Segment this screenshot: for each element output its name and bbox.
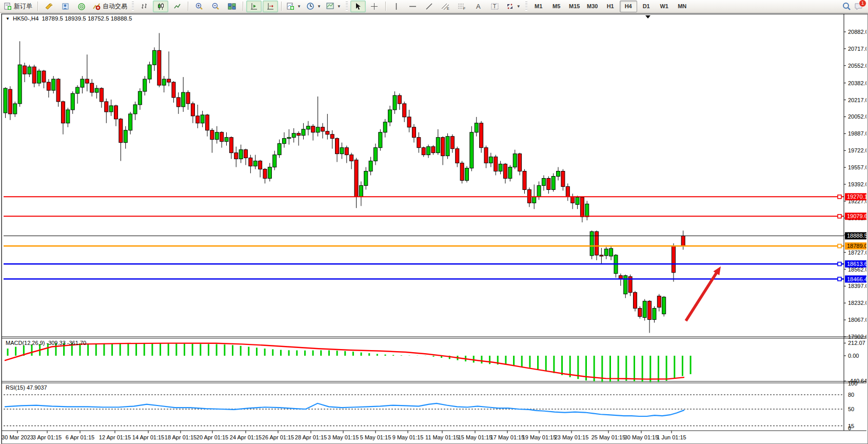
line-anchor-handle[interactable] bbox=[838, 195, 841, 199]
price-line-label: 19270.1 bbox=[847, 194, 866, 200]
periods-button[interactable]: ▼ bbox=[304, 1, 323, 12]
tile-windows-icon bbox=[228, 3, 236, 10]
date-axis-label: 30 May 01:15 bbox=[624, 434, 659, 440]
candle-body bbox=[282, 139, 286, 144]
clock-icon bbox=[306, 2, 314, 10]
chart-canvas[interactable]: 20882.020717.020552.020382.020217.020052… bbox=[2, 14, 866, 442]
candle-body bbox=[4, 88, 7, 113]
candle-body bbox=[114, 106, 118, 119]
candle-body bbox=[37, 71, 41, 83]
trend-arrow-annotation[interactable] bbox=[686, 266, 721, 321]
date-axis-label: 25 May 01:15 bbox=[591, 434, 626, 440]
line-anchor-handle[interactable] bbox=[838, 262, 841, 266]
candle-body bbox=[590, 231, 594, 256]
accounts-button[interactable] bbox=[57, 1, 73, 12]
timeframe-button-m30[interactable]: M30 bbox=[584, 1, 601, 12]
candle-body bbox=[229, 138, 233, 153]
fibonacci-icon: F bbox=[458, 3, 466, 10]
candle-body bbox=[364, 171, 368, 186]
candle-body bbox=[249, 158, 252, 166]
vertical-line-button[interactable] bbox=[389, 1, 404, 12]
gold-seal-icon bbox=[45, 3, 53, 10]
line-chart-button[interactable] bbox=[169, 1, 185, 12]
candle-body bbox=[537, 185, 541, 197]
candle-body bbox=[518, 154, 522, 171]
candle-body bbox=[681, 236, 685, 246]
candle-body bbox=[513, 154, 517, 167]
candle-body bbox=[196, 116, 200, 123]
search-icon[interactable] bbox=[842, 2, 851, 11]
candle-body bbox=[124, 130, 127, 143]
text-label-button[interactable]: T bbox=[487, 1, 503, 12]
toolbar-grip bbox=[525, 2, 527, 11]
indicators-button[interactable]: ▼ bbox=[285, 1, 303, 12]
timeframe-button-h1[interactable]: H1 bbox=[602, 1, 619, 12]
candle-body bbox=[417, 138, 421, 148]
zoom-out-button[interactable] bbox=[208, 1, 223, 12]
toolbar-grip bbox=[346, 2, 348, 11]
date-axis-label: 30 Mar 2023 bbox=[2, 434, 33, 440]
candle-body bbox=[412, 127, 416, 138]
candle-body bbox=[61, 102, 65, 123]
equidistant-channel-button[interactable]: E bbox=[438, 1, 453, 12]
arrows-icon bbox=[506, 3, 514, 10]
candle-body bbox=[350, 155, 353, 161]
template-icon bbox=[326, 3, 334, 10]
candle-chart-button[interactable] bbox=[153, 1, 168, 12]
crosshair-button[interactable] bbox=[367, 1, 382, 12]
candle-body bbox=[470, 132, 474, 168]
trendline-button[interactable] bbox=[422, 1, 437, 12]
templates-button[interactable]: ▼ bbox=[324, 1, 343, 12]
date-axis-label: 17 May 01:15 bbox=[490, 434, 525, 440]
timeframe-button-m15[interactable]: M15 bbox=[566, 1, 583, 12]
tile-windows-button[interactable] bbox=[224, 1, 240, 12]
bar-chart-button[interactable] bbox=[136, 1, 152, 12]
auto-trading-button[interactable]: 自动交易 bbox=[90, 1, 129, 12]
signals-button[interactable] bbox=[74, 1, 89, 12]
cursor-button[interactable] bbox=[350, 1, 366, 12]
text-button[interactable]: A bbox=[471, 1, 486, 12]
new-order-button[interactable]: 新订单 bbox=[2, 1, 34, 12]
auto-scroll-button[interactable] bbox=[246, 1, 262, 12]
timeframe-button-mn[interactable]: MN bbox=[674, 1, 691, 12]
chart-window[interactable]: ▼ HK50-,H4 18789.5 18939.5 18752.5 18888… bbox=[1, 13, 868, 444]
candle-body bbox=[210, 130, 214, 140]
macd-pane: MACD(12,26,9) -309.33 -361.70212.070.00-… bbox=[5, 340, 866, 384]
history-center-button[interactable] bbox=[41, 1, 56, 12]
notifications-icon[interactable]: 1 bbox=[854, 2, 864, 11]
timeframe-button-m1[interactable]: M1 bbox=[530, 1, 547, 12]
fibonacci-button[interactable]: F bbox=[455, 1, 470, 12]
timeframe-button-h4[interactable]: H4 bbox=[620, 1, 637, 12]
chevron-down-icon: ▼ bbox=[517, 4, 521, 9]
line-anchor-handle[interactable] bbox=[838, 277, 841, 281]
timeframe-button-w1[interactable]: W1 bbox=[656, 1, 673, 12]
line-anchor-handle[interactable] bbox=[838, 215, 841, 218]
timeframe-toolbar: M1M5M15M30H1H4D1W1MN bbox=[530, 1, 691, 12]
arrows-button[interactable]: ▼ bbox=[504, 1, 523, 12]
candle-body bbox=[215, 132, 219, 140]
notification-badge: 1 bbox=[859, 0, 866, 7]
candle-body bbox=[638, 308, 642, 317]
candle-body bbox=[138, 91, 142, 105]
horizontal-line-button[interactable] bbox=[405, 1, 421, 12]
line-anchor-handle[interactable] bbox=[838, 244, 841, 248]
candle-body bbox=[604, 249, 608, 256]
candle-body bbox=[609, 248, 613, 256]
candle-body bbox=[220, 132, 224, 142]
price-axis-label: 20882.0 bbox=[848, 29, 866, 35]
timeframe-button-m5[interactable]: M5 bbox=[548, 1, 565, 12]
chart-shift-marker[interactable] bbox=[645, 15, 650, 18]
candle-body bbox=[225, 138, 228, 142]
candle-body bbox=[292, 133, 295, 138]
zoom-in-button[interactable] bbox=[191, 1, 207, 12]
chevron-down-icon[interactable]: ▼ bbox=[6, 16, 10, 21]
candle-body bbox=[489, 157, 492, 163]
toolbar-separator bbox=[281, 2, 282, 11]
date-axis-label: 5 May 01:15 bbox=[360, 434, 391, 440]
chart-shift-button[interactable] bbox=[263, 1, 278, 12]
candle-body bbox=[340, 148, 344, 154]
timeframe-button-d1[interactable]: D1 bbox=[638, 1, 655, 12]
candle-body bbox=[157, 50, 161, 85]
toolbar-separator bbox=[188, 2, 188, 11]
candle-body bbox=[182, 92, 185, 107]
